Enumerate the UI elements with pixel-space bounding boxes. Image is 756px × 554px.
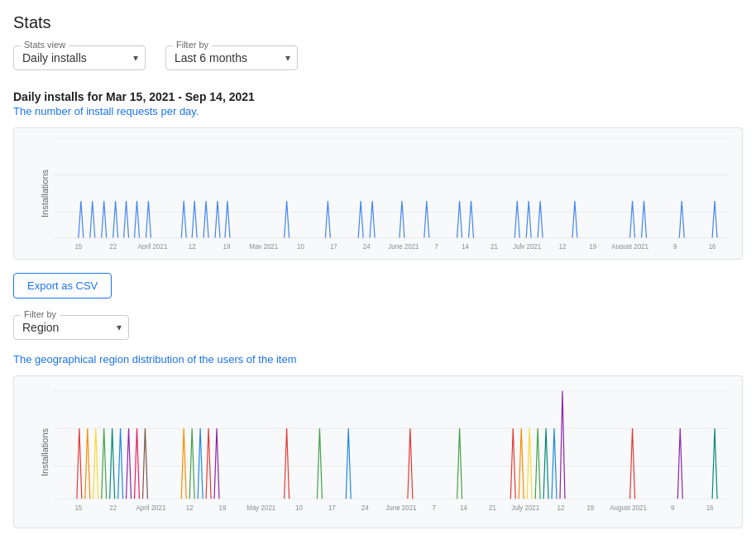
stats-view-select-wrapper[interactable]: Stats view Daily installs ▾: [13, 45, 146, 70]
svg-text:July 2021: July 2021: [511, 503, 539, 512]
svg-text:August 2021: August 2021: [611, 242, 648, 249]
svg-text:7: 7: [435, 242, 439, 249]
region-controls: Filter by Region ▾: [13, 315, 743, 340]
svg-text:7: 7: [433, 503, 437, 512]
svg-text:12: 12: [186, 503, 194, 512]
region-filter-label: Filter by: [21, 309, 60, 319]
svg-text:14: 14: [462, 242, 469, 249]
svg-text:14: 14: [460, 503, 467, 512]
svg-text:16: 16: [709, 242, 716, 249]
svg-text:10: 10: [297, 242, 304, 249]
svg-text:July 2021: July 2021: [513, 242, 541, 249]
export-csv-button[interactable]: Export as CSV: [13, 273, 112, 298]
filter-by-select-wrapper[interactable]: Filter by Last 6 months ▾: [165, 45, 298, 70]
svg-text:15: 15: [74, 503, 82, 512]
svg-text:April 2021: April 2021: [138, 242, 168, 249]
chart1-container: Installations 3 2 1 0: [13, 127, 743, 260]
stats-view-select[interactable]: Daily installs: [22, 51, 136, 64]
chart1-y-axis-label: Installations: [40, 170, 50, 217]
svg-text:19: 19: [219, 503, 227, 512]
svg-text:22: 22: [109, 242, 117, 249]
chart1-svg: 3 2 1 0 15 22: [54, 138, 729, 249]
svg-text:19: 19: [586, 503, 594, 512]
svg-text:17: 17: [330, 242, 337, 249]
svg-text:24: 24: [361, 503, 369, 512]
svg-text:21: 21: [489, 503, 496, 512]
svg-text:24: 24: [363, 242, 371, 249]
top-controls: Stats view Daily installs ▾ Filter by La…: [13, 45, 743, 70]
svg-text:21: 21: [490, 242, 498, 249]
svg-text:May 2021: May 2021: [246, 503, 275, 512]
svg-text:12: 12: [557, 503, 565, 512]
svg-text:May 2021: May 2021: [249, 242, 278, 249]
svg-text:17: 17: [328, 503, 336, 512]
filter-by-label: Filter by: [173, 40, 212, 50]
chart1-header: Daily installs for Mar 15, 2021 - Sep 14…: [13, 90, 743, 117]
filter-by-select[interactable]: Last 6 months: [175, 51, 289, 64]
stats-view-label: Stats view: [21, 40, 69, 50]
svg-text:22: 22: [109, 503, 117, 512]
chart2-container: Installations 1.5 1.0 0.5 0.0: [13, 375, 743, 528]
svg-text:9: 9: [673, 242, 677, 249]
svg-text:12: 12: [189, 242, 196, 249]
region-select[interactable]: Region: [22, 321, 120, 334]
svg-text:12: 12: [559, 242, 567, 249]
svg-text:June 2021: June 2021: [388, 242, 419, 249]
chart1-subtitle: The number of install requests per day.: [13, 105, 743, 117]
page-title: Stats: [13, 13, 743, 32]
chart1-title: Daily installs for Mar 15, 2021 - Sep 14…: [13, 90, 743, 103]
svg-text:10: 10: [295, 503, 303, 512]
svg-text:August 2021: August 2021: [610, 503, 647, 512]
svg-text:April 2021: April 2021: [136, 503, 166, 512]
svg-text:16: 16: [706, 503, 714, 512]
region-select-wrapper[interactable]: Filter by Region ▾: [13, 315, 129, 340]
svg-text:15: 15: [74, 242, 82, 249]
svg-text:19: 19: [223, 242, 231, 249]
chart2-svg: 1.5 1.0 0.5 0.0 15: [54, 386, 729, 518]
svg-text:9: 9: [671, 503, 675, 512]
chart2-subtitle: The geographical region distribution of …: [13, 353, 743, 365]
svg-text:June 2021: June 2021: [385, 503, 416, 512]
svg-text:19: 19: [589, 242, 596, 249]
chart2-y-axis-label: Installations: [40, 427, 50, 475]
